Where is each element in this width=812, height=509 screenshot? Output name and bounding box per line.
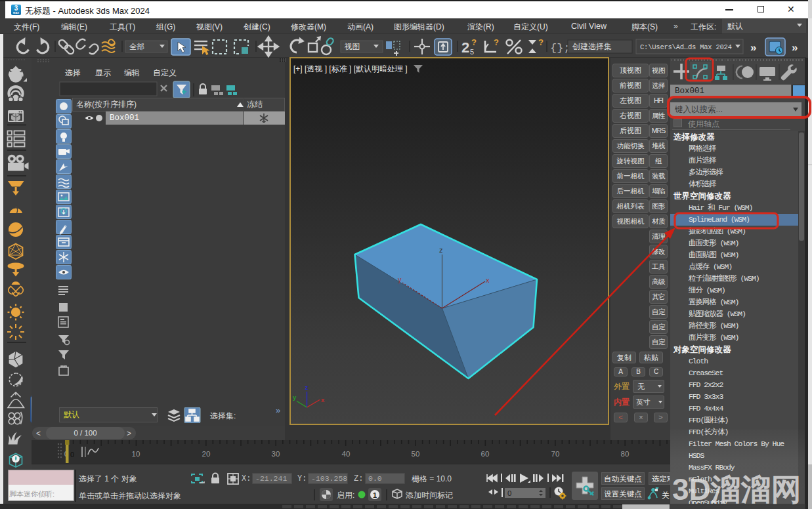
svg-text:5: 5 — [470, 48, 474, 56]
svg-text:自定义: 自定义 — [153, 68, 177, 77]
svg-text:{};: {}; — [550, 42, 570, 54]
svg-text:80: 80 — [621, 450, 630, 458]
svg-text:2: 2 — [461, 39, 469, 56]
svg-text:选择: 选择 — [65, 68, 81, 77]
svg-text:50: 50 — [412, 450, 420, 458]
svg-text:z: z — [439, 246, 443, 254]
svg-text:显示: 显示 — [95, 68, 111, 77]
svg-text:添加时间标记: 添加时间标记 — [406, 491, 453, 500]
svg-text:视图: 视图 — [344, 43, 360, 51]
svg-text:0: 0 — [70, 451, 74, 458]
svg-text:关: 关 — [662, 491, 670, 500]
svg-text:?: ? — [538, 37, 544, 47]
svg-text:y: y — [293, 394, 297, 401]
svg-text:编辑: 编辑 — [124, 68, 140, 77]
svg-text:y: y — [398, 275, 402, 283]
svg-text:全部: 全部 — [129, 43, 144, 51]
svg-text:30: 30 — [272, 450, 280, 458]
svg-text:20: 20 — [202, 450, 211, 458]
svg-text:40: 40 — [342, 450, 351, 458]
svg-text:1: 1 — [373, 491, 377, 499]
svg-text:创建选择集: 创建选择集 — [572, 42, 612, 51]
svg-text:»: » — [750, 41, 756, 54]
svg-text:x: x — [321, 396, 325, 403]
svg-text:C:\Users\Ad…ds Max 2024: C:\Users\Ad…ds Max 2024 — [640, 43, 732, 51]
svg-text:z: z — [305, 384, 308, 391]
svg-text:0: 0 — [507, 489, 511, 497]
svg-text:»: » — [792, 41, 798, 54]
svg-text:60: 60 — [481, 450, 490, 458]
svg-text:?: ? — [471, 37, 477, 47]
svg-text:70: 70 — [551, 450, 560, 458]
svg-text:启用:: 启用: — [337, 491, 354, 500]
svg-text:?: ? — [494, 37, 499, 47]
svg-text:10: 10 — [132, 450, 140, 458]
svg-text:x: x — [486, 276, 490, 284]
